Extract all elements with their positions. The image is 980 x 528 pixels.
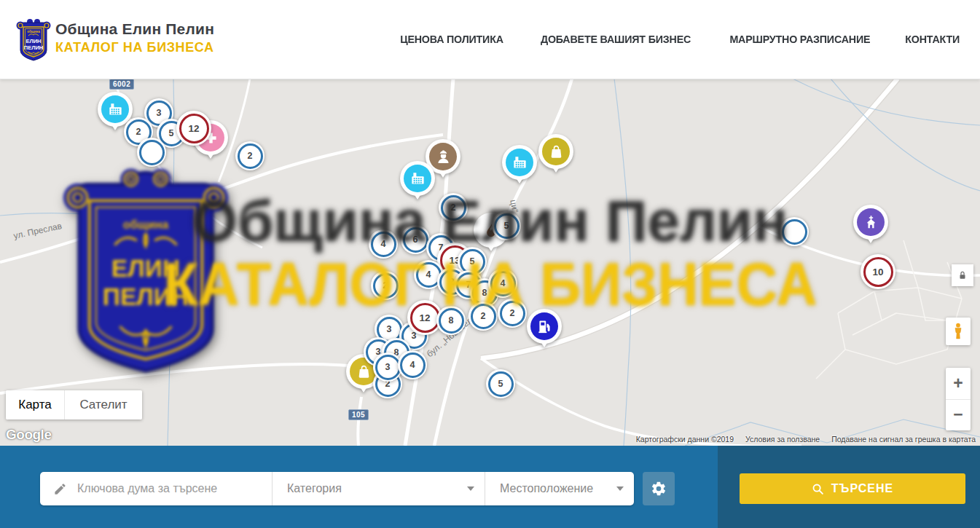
nav-item-pricing[interactable]: ЦЕНОВА ПОЛИТИКА <box>400 33 503 46</box>
cluster-marker[interactable]: 8 <box>436 306 466 335</box>
brand-title: Община Елин Пелин <box>55 20 214 38</box>
cluster-count: 4 <box>400 352 426 378</box>
cluster-marker[interactable]: 4 <box>369 229 398 259</box>
map-type-control: Карта Сателит <box>6 390 142 419</box>
cluster-count <box>139 140 165 165</box>
brand-subtitle: КАТАЛОГ НА БИЗНЕСА <box>55 40 214 55</box>
category-select-value: Категория <box>287 482 342 495</box>
church-icon <box>863 214 879 231</box>
nav-item-add-business[interactable]: ДОБАВЕТЕ ВАШИЯТ БИЗНЕС <box>541 33 691 46</box>
cluster-marker[interactable]: 5 <box>492 211 521 240</box>
map-type-satellite-button[interactable]: Сателит <box>64 390 142 419</box>
google-logo[interactable]: Google <box>6 427 51 443</box>
church-pin-marker[interactable] <box>853 205 888 240</box>
attribution-copyright: Картографски данни ©2019 <box>636 435 734 444</box>
fuel-icon <box>536 318 553 335</box>
cluster-marker[interactable] <box>137 138 166 167</box>
cluster-marker[interactable]: 5 <box>486 369 515 398</box>
cluster-marker[interactable]: 2 <box>371 271 400 300</box>
search-fields-group: Категория Местоположение <box>40 472 634 505</box>
chevron-down-icon <box>616 486 624 491</box>
cluster-marker[interactable]: 6 <box>401 225 430 254</box>
factory-icon <box>511 154 528 171</box>
map-canvas[interactable]: 6002 105 ул. Преслав бул. „Новосел ци“ 3… <box>0 79 980 446</box>
cluster-count: 10 <box>863 257 893 287</box>
nav-item-contacts[interactable]: КОНТАКТИ <box>905 33 960 46</box>
pegman-icon <box>951 322 965 341</box>
search-button-label: ТЪРСЕНЕ <box>831 482 893 495</box>
cluster-count: 2 <box>441 195 466 221</box>
markers-layer: 32512225647135422784103338234128225 <box>0 79 980 446</box>
zoom-in-button[interactable]: + <box>946 368 971 400</box>
cluster-marker[interactable]: 10 <box>861 254 895 289</box>
keyword-field-wrapper <box>40 472 273 505</box>
cluster-count: 3 <box>375 355 401 380</box>
factory-icon <box>107 101 124 118</box>
cluster-count: 4 <box>371 232 396 257</box>
shopping-bag-icon <box>548 143 565 160</box>
logo-top-text: община <box>27 29 40 34</box>
cluster-marker[interactable]: 4 <box>398 350 427 379</box>
header: община ЕЛИН ПЕЛИН Община Елин Пелин КАТА… <box>0 0 980 79</box>
cluster-marker[interactable]: 12 <box>176 111 211 146</box>
factory-pin-marker[interactable] <box>502 145 537 180</box>
zoom-out-button[interactable]: − <box>946 400 971 431</box>
cluster-count: 8 <box>439 308 464 334</box>
zoom-control: + − <box>946 368 971 430</box>
cluster-marker[interactable] <box>780 217 809 246</box>
brand-block[interactable]: Община Елин Пелин КАТАЛОГ НА БИЗНЕСА <box>55 20 214 55</box>
shopping-bag-pin-marker[interactable] <box>538 134 573 169</box>
cluster-count: 2 <box>373 273 399 299</box>
shopping-bag-icon <box>356 363 372 380</box>
worker-icon <box>435 149 452 165</box>
gear-icon <box>651 481 667 497</box>
cluster-count: 5 <box>488 371 514 397</box>
search-icon <box>812 483 824 495</box>
cluster-marker[interactable]: 2 <box>235 141 264 170</box>
factory-pin-marker[interactable] <box>400 161 435 196</box>
search-bar: Категория Местоположение ТЪРСЕНЕ <box>0 446 980 528</box>
advanced-search-button[interactable] <box>643 472 675 505</box>
municipality-logo[interactable]: община ЕЛИН ПЕЛИН <box>16 16 51 63</box>
location-select[interactable]: Местоположение <box>485 472 634 505</box>
cluster-count: 5 <box>494 213 520 239</box>
logo-name2: ПЕЛИН <box>24 44 43 51</box>
cluster-count: 2 <box>500 301 525 326</box>
lock-button[interactable] <box>952 264 973 286</box>
cluster-count: 6 <box>403 227 428 253</box>
keyword-search-input[interactable] <box>76 481 246 496</box>
lock-icon <box>957 270 968 280</box>
cluster-count: 12 <box>410 303 440 333</box>
search-button[interactable]: ТЪРСЕНЕ <box>740 473 965 504</box>
nav-item-transport-schedule[interactable]: МАРШРУТНО РАЗПИСАНИЕ <box>729 33 870 46</box>
cluster-marker[interactable]: 2 <box>439 193 468 222</box>
cluster-count: 12 <box>179 114 209 143</box>
report-map-error-link[interactable]: Подаване на сигнал за грешка в картата <box>831 435 976 444</box>
cluster-count: 4 <box>490 271 516 296</box>
street-view-pegman[interactable] <box>946 318 971 345</box>
cluster-marker[interactable]: 4 <box>488 269 517 298</box>
cluster-marker[interactable]: 2 <box>469 302 498 331</box>
main-nav: ЦЕНОВА ПОЛИТИКА ДОБАВЕТЕ ВАШИЯТ БИЗНЕС М… <box>396 0 962 79</box>
fuel-pin-marker[interactable] <box>527 309 562 344</box>
terms-of-use-link[interactable]: Условия за ползване <box>745 435 820 444</box>
location-select-value: Местоположение <box>500 482 593 495</box>
map-attribution: Картографски данни ©2019 Условия за полз… <box>636 435 976 444</box>
category-select[interactable]: Категория <box>273 472 485 505</box>
cluster-marker[interactable]: 2 <box>498 299 527 328</box>
cluster-count: 2 <box>471 304 496 329</box>
cluster-count: 2 <box>238 143 263 169</box>
pencil-icon <box>53 482 67 496</box>
cluster-count <box>782 219 807 245</box>
factory-icon <box>409 170 426 187</box>
chevron-down-icon <box>467 486 474 491</box>
map-type-map-button[interactable]: Карта <box>6 390 64 419</box>
